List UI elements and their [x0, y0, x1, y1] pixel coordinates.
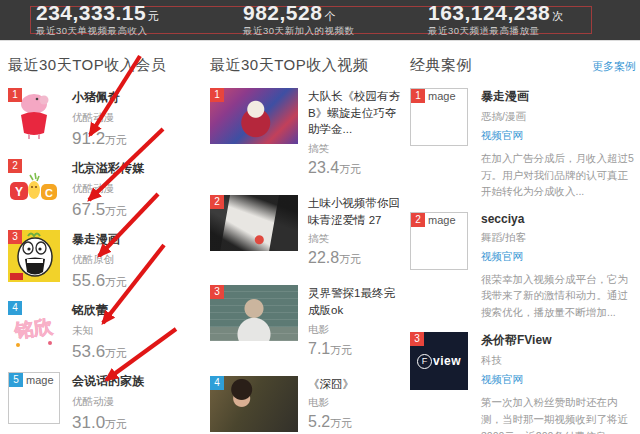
stat-unit: 个 — [324, 10, 335, 22]
video-category: 搞笑 — [308, 142, 404, 156]
rank-badge: 3 — [410, 332, 424, 346]
case-image-broken[interactable]: 2 mage — [410, 212, 468, 270]
member-avatar-peppa-pig[interactable]: 1 — [8, 88, 60, 140]
rank-badge: 3 — [8, 230, 22, 244]
stat-unit: 元 — [148, 10, 159, 22]
member-row-2[interactable]: 2 Y C 北京溢彩传媒 优酷动漫 67.5万元 — [8, 159, 204, 220]
video-thumbnail[interactable]: 2 — [210, 195, 298, 251]
member-name[interactable]: 暴走漫画 — [72, 231, 127, 248]
case-category: 舞蹈/拍客 — [481, 231, 636, 245]
member-row-1[interactable]: 1 小猪佩奇 优酷动漫 91.2万元 — [8, 88, 204, 149]
top-videos-column: 最近30天TOP收入视频 1 大队长《校园有夯B》螺旋走位巧夺助学金... 搞笑… — [210, 56, 404, 434]
member-name[interactable]: 小猪佩奇 — [72, 89, 127, 106]
stat-unit: 次 — [552, 10, 563, 22]
member-row-3[interactable]: 3 暴走漫画 优酷原创 55.6万元 — [8, 230, 204, 291]
video-category: 电影 — [308, 323, 404, 337]
cases-column-title: 经典案例 — [410, 56, 472, 75]
stat-label: 最近30天频道最高播放量 — [428, 26, 563, 36]
stats-bar: 234,333.15元 最近30天单视频最高收入 982,528个 最近30天新… — [0, 0, 640, 41]
case-image-fview-logo[interactable]: 3 F view — [410, 332, 468, 390]
case-description: 第一次加入粉丝赞助时还在内测，当时那一期视频收到了将近3000元，近200条付费… — [481, 394, 636, 434]
rank-badge: 5 — [9, 373, 23, 387]
case-official-site-link[interactable]: 视频官网 — [481, 129, 636, 143]
stat-value: 982,528 — [243, 1, 322, 24]
member-row-4[interactable]: 4 铭欣 铭欣蕾 未知 53.6万元 — [8, 301, 204, 362]
case-name[interactable]: 暴走漫画 — [481, 88, 636, 105]
member-category: 优酷动漫 — [72, 182, 144, 196]
member-avatar-broken-image[interactable]: 5 mage — [8, 372, 60, 424]
member-income: 67.5万元 — [72, 200, 144, 220]
case-description: 在加入广告分成后，月收入超过5万。用户对我们品牌的认可真正开始转化为分成收入..… — [481, 150, 636, 200]
case-row-3[interactable]: 3 F view 杀价帮FView 科技 视频官网 第一次加入粉丝赞助时还在内测… — [410, 332, 636, 434]
video-income: 23.4万元 — [308, 159, 404, 177]
member-name[interactable]: 北京溢彩传媒 — [72, 160, 144, 177]
video-row-1[interactable]: 1 大队长《校园有夯B》螺旋走位巧夺助学金... 搞笑 23.4万元 — [210, 88, 404, 177]
svg-text:铭欣: 铭欣 — [12, 315, 54, 341]
rank-badge: 2 — [8, 159, 22, 173]
rank-badge: 4 — [8, 301, 22, 315]
stat-value: 163,124,238 — [428, 1, 550, 24]
broken-image-alt-text: mage — [26, 374, 54, 386]
classic-cases-column: 经典案例 更多案例 1 mage 暴走漫画 恶搞/漫画 视频官网 在加入广告分成… — [410, 56, 636, 434]
case-description: 很荣幸加入视频分成平台，它为我带来了新的激情和动力。通过搜索优化，播放量不断增加… — [481, 271, 636, 321]
case-official-site-link[interactable]: 视频官网 — [481, 250, 636, 264]
member-income: 91.2万元 — [72, 129, 127, 149]
stat-top-video-income: 234,333.15元 最近30天单视频最高收入 — [36, 2, 159, 36]
rank-badge: 1 — [8, 88, 22, 102]
case-name[interactable]: secciya — [481, 212, 636, 226]
video-income: 5.2万元 — [308, 413, 404, 431]
video-row-4[interactable]: 4 《深囧》 电影 5.2万元 — [210, 376, 404, 432]
video-category: 搞笑 — [308, 232, 404, 246]
top-members-column: 最近30天TOP收入会员 1 小猪佩奇 优酷动漫 91.2万元 2 Y — [8, 56, 204, 434]
member-name[interactable]: 铭欣蕾 — [72, 302, 127, 319]
stat-new-videos: 982,528个 最近30天新加入的视频数 — [243, 2, 355, 36]
case-official-site-link[interactable]: 视频官网 — [481, 373, 636, 387]
member-income: 53.6万元 — [72, 342, 127, 362]
stat-label: 最近30天单视频最高收入 — [36, 26, 159, 36]
member-category: 优酷动漫 — [72, 395, 144, 409]
video-thumbnail[interactable]: 3 — [210, 285, 298, 341]
video-thumbnail[interactable]: 4 — [210, 376, 298, 432]
videos-column-title: 最近30天TOP收入视频 — [210, 56, 368, 75]
video-category: 电影 — [308, 396, 404, 410]
video-row-2[interactable]: 2 土味小视频带你回味青涩爱情 27 搞笑 22.8万元 — [210, 195, 404, 267]
member-income: 55.6万元 — [72, 271, 127, 291]
video-income: 22.8万元 — [308, 249, 404, 267]
member-income: 31.0万元 — [72, 413, 144, 433]
case-row-1[interactable]: 1 mage 暴走漫画 恶搞/漫画 视频官网 在加入广告分成后，月收入超过5万。… — [410, 88, 636, 200]
member-category: 优酷动漫 — [72, 111, 127, 125]
case-category: 恶搞/漫画 — [481, 110, 636, 124]
member-avatar-rage-comic[interactable]: 3 — [8, 230, 60, 282]
video-title[interactable]: 大队长《校园有夯B》螺旋走位巧夺助学金... — [308, 88, 404, 138]
rank-badge: 1 — [411, 89, 425, 103]
fview-circle-f-icon: F — [417, 354, 432, 369]
rank-badge: 2 — [411, 213, 425, 227]
video-income: 7.1万元 — [308, 340, 404, 358]
broken-image-alt-text: mage — [428, 90, 456, 102]
member-row-5[interactable]: 5 mage 会说话的家族 优酷动漫 31.0万元 — [8, 372, 204, 433]
case-name[interactable]: 杀价帮FView — [481, 332, 636, 349]
video-row-3[interactable]: 3 灵界警探1最终完成版ok 电影 7.1万元 — [210, 285, 404, 357]
video-title[interactable]: 《深囧》 — [308, 376, 404, 393]
member-avatar-yc-logo[interactable]: 2 Y C — [8, 159, 60, 211]
members-column-title: 最近30天TOP收入会员 — [8, 56, 166, 75]
svg-text:C: C — [45, 187, 53, 199]
broken-image-alt-text: mage — [428, 214, 456, 226]
case-image-broken[interactable]: 1 mage — [410, 88, 468, 146]
fview-logo-text: view — [433, 354, 461, 368]
case-row-2[interactable]: 2 mage secciya 舞蹈/拍客 视频官网 很荣幸加入视频分成平台，它为… — [410, 212, 636, 321]
stat-label: 最近30天新加入的视频数 — [243, 26, 355, 36]
video-title[interactable]: 土味小视频带你回味青涩爱情 27 — [308, 195, 404, 228]
member-category: 未知 — [72, 324, 127, 338]
stat-value: 234,333.15 — [36, 1, 146, 24]
rank-badge: 4 — [210, 376, 224, 390]
rank-badge: 3 — [210, 285, 224, 299]
member-avatar-mingxin[interactable]: 4 铭欣 — [8, 301, 60, 353]
svg-text:Y: Y — [15, 185, 23, 199]
more-cases-link[interactable]: 更多案例 — [592, 59, 636, 74]
video-title[interactable]: 灵界警探1最终完成版ok — [308, 285, 404, 318]
case-category: 科技 — [481, 354, 636, 368]
member-name[interactable]: 会说话的家族 — [72, 373, 144, 390]
video-thumbnail[interactable]: 1 — [210, 88, 298, 144]
stat-top-channel-plays: 163,124,238次 最近30天频道最高播放量 — [428, 2, 563, 36]
